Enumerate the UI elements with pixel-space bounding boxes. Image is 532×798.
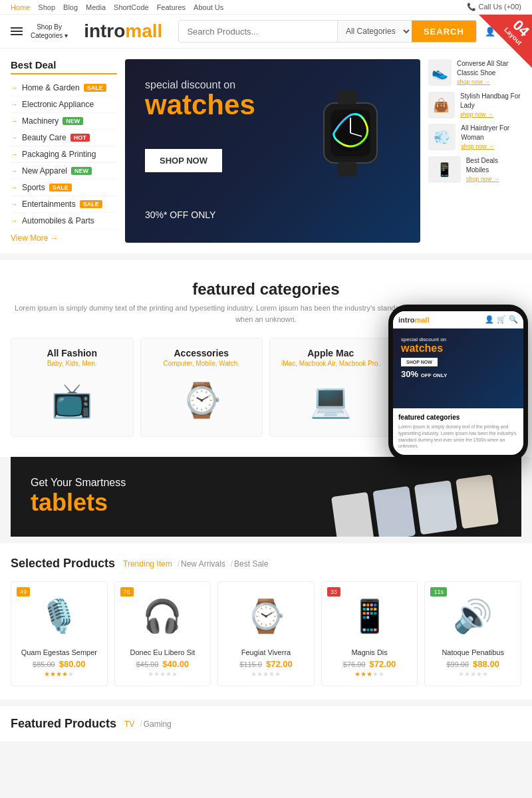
tab-tv[interactable]: TV [124, 718, 142, 730]
hero-shop-now-button[interactable]: SHOP NOW [145, 149, 222, 172]
hairdryer-img: 💨 [428, 124, 456, 150]
arrow-icon: → [11, 200, 18, 208]
sidebar-products: 👟 Converse All Star Classic Shoe shop no… [428, 59, 521, 243]
sidebar-item-machinery[interactable]: → Machinery NEW [11, 113, 117, 130]
featured-footer-tabs: TV Gaming [124, 718, 172, 730]
mobile-feat-text: Lorem ipsum is simply dummy text of the … [398, 424, 518, 450]
sidebar-item-home-garden[interactable]: → Home & Garden SALE [11, 80, 117, 96]
product-img-4: 📱 [330, 590, 410, 643]
sidebar-item-sports[interactable]: → Sports SALE [11, 180, 117, 196]
sale-badge: SALE [49, 184, 72, 192]
mobile-discount: 30% OFF ONLY [401, 369, 515, 379]
hairdryer-link[interactable]: shop now → [461, 142, 521, 151]
mobile-banner-big: watches [401, 342, 515, 354]
price-new-5: $88.00 [473, 659, 499, 669]
category-apple-mac-title: Apple Mac [279, 348, 382, 358]
mobile-user-icon: 👤 [485, 315, 494, 324]
category-apple-mac-img: 💻 [279, 374, 382, 427]
arrow-icon: → [11, 100, 18, 108]
mobile-banner-small: special discount on [401, 336, 515, 342]
selected-tabs: Trending Item New Arrivals Best Sale [123, 558, 268, 570]
new-badge: NEW [71, 167, 92, 175]
tab-new-arrivals[interactable]: New Arrivals [181, 558, 233, 570]
price-old-3: $115.0 [239, 660, 262, 668]
product-name-5: Natoque Penatibus [433, 648, 513, 656]
price-old-5: $99.00 [446, 660, 469, 668]
product-card-2[interactable]: 76 🎧 Donec Eu Libero Sit $45.00 $40.00 ★… [114, 581, 211, 686]
new-badge: NEW [63, 117, 83, 125]
category-accessories-img: ⌚ [150, 374, 253, 427]
arrow-icon: → [11, 167, 18, 175]
site-logo[interactable]: intromall [84, 21, 162, 42]
nav-shortcode[interactable]: ShortCode [114, 3, 149, 11]
nav-blog[interactable]: Blog [63, 3, 78, 11]
product-card-5[interactable]: 11s 🔊 Natoque Penatibus $99.00 $88.00 ★★… [424, 581, 521, 686]
product-img-5: 🔊 [433, 590, 513, 643]
watch-decoration [287, 83, 407, 219]
sidebar-item-automobiles[interactable]: → Automobiles & Parts [11, 213, 117, 229]
category-fashion-title: All Fashion [21, 348, 124, 358]
tab-best-sale[interactable]: Best Sale [234, 558, 268, 570]
product-name-1: Quam Egestas Semper [19, 648, 99, 656]
tab-gaming[interactable]: Gaming [144, 718, 172, 730]
arrow-icon: → [11, 184, 18, 192]
shop-by-label: Shop ByCategories ▾ [31, 23, 68, 40]
view-more-link[interactable]: View More → [11, 233, 117, 243]
featured-footer-header: Featured Products TV Gaming [11, 717, 521, 731]
nav-shop[interactable]: Shop [38, 3, 55, 11]
mobile-shop-now-btn[interactable]: SHOP NOW [401, 358, 438, 366]
selected-header: Selected Products Trending Item New Arri… [11, 557, 521, 571]
tablets-banner: Get Your Smartness tablets [11, 457, 521, 537]
mobile-featured: featured categories Lorem ipsum is simpl… [393, 408, 523, 455]
price-old-4: $76.00 [343, 660, 366, 668]
price-new-1: $80.00 [59, 659, 86, 669]
tab-trending[interactable]: Trending Item [123, 558, 180, 570]
product-mini-mobile[interactable]: 📱 Best Deals Mobiles shop now → [428, 156, 521, 184]
tablets-text: Get Your Smartness tablets [31, 477, 126, 517]
hero-banner: special discount on watches SHOP NOW 30%… [125, 59, 420, 243]
nav-home[interactable]: Home [11, 3, 30, 11]
sidebar-item-packaging[interactable]: → Packaging & Printing [11, 146, 117, 163]
mobile-header-icons: 👤 🛒 🔍 [485, 315, 518, 324]
sidebar-item-entertainments[interactable]: → Entertainments SALE [11, 196, 117, 213]
sidebar-item-beauty[interactable]: → Beauty Care HOT [11, 130, 117, 146]
mobile-screen: intromall 👤 🛒 🔍 special discount on watc… [393, 311, 523, 455]
product-mini-hairdryer[interactable]: 💨 All Hairdryer For Woman shop now → [428, 124, 521, 151]
arrow-icon: → [11, 150, 18, 158]
product-badge-2: 76 [120, 587, 134, 597]
product-name-4: Magnis Dis [330, 648, 410, 656]
selected-products-section: Selected Products Trending Item New Arri… [0, 543, 532, 700]
hairdryer-name: All Hairdryer For Woman [461, 124, 521, 142]
tablet-item [456, 474, 499, 529]
nav-about[interactable]: About Us [194, 3, 223, 11]
handbag-link[interactable]: shop now → [460, 110, 521, 119]
search-button[interactable]: SEARCH [412, 21, 476, 42]
price-row-4: $76.00 $72.00 [330, 659, 410, 669]
sidebar-item-apparel[interactable]: → New Apparel NEW [11, 163, 117, 180]
product-img-2: 🎧 [123, 590, 203, 643]
handbag-img: 👜 [428, 92, 455, 118]
category-accessories[interactable]: Accessories Computer, Mobile, Watch. ⌚ [140, 338, 263, 437]
hamburger-menu[interactable] [11, 27, 23, 35]
product-mini-handbag[interactable]: 👜 Stylish Handbag For Lady shop now → [428, 92, 521, 119]
product-card-3[interactable]: ⌚ Feugiat Viverra $115.0 $72.00 ★★★★★ [217, 581, 315, 686]
category-fashion[interactable]: All Fashion Baby, Kids, Men. 📺 [11, 338, 134, 437]
product-img-1: 🎙️ [19, 590, 99, 643]
product-card-1[interactable]: 49 🎙️ Quam Egestas Semper $85.00 $80.00 … [11, 581, 108, 686]
featured-title: featured categories [11, 280, 521, 299]
category-apple-mac[interactable]: Apple Mac iMac, Macbook Air, Macbook Pro… [269, 338, 392, 437]
search-input[interactable] [179, 21, 337, 42]
sidebar-item-electronic[interactable]: → Electronic Appliance [11, 96, 117, 113]
product-card-4[interactable]: 33 📱 Magnis Dis $76.00 $72.00 ★★★★★ [321, 581, 418, 686]
selected-title: Selected Products [11, 557, 115, 571]
nav-media[interactable]: Media [86, 3, 106, 11]
mobile-link[interactable]: shop now → [466, 175, 521, 184]
header: Shop ByCategories ▾ intromall All Catego… [0, 15, 532, 49]
category-select[interactable]: All Categories [337, 21, 412, 42]
shoe-link[interactable]: shop now → [457, 78, 521, 86]
mobile-banner: special discount on watches SHOP NOW 30%… [393, 329, 523, 408]
nav-features[interactable]: Features [157, 3, 186, 11]
stars-3: ★★★★★ [226, 670, 306, 678]
featured-categories-section: featured categories Lorem ipsum is simpl… [0, 260, 532, 457]
price-old-2: $45.00 [136, 660, 159, 668]
